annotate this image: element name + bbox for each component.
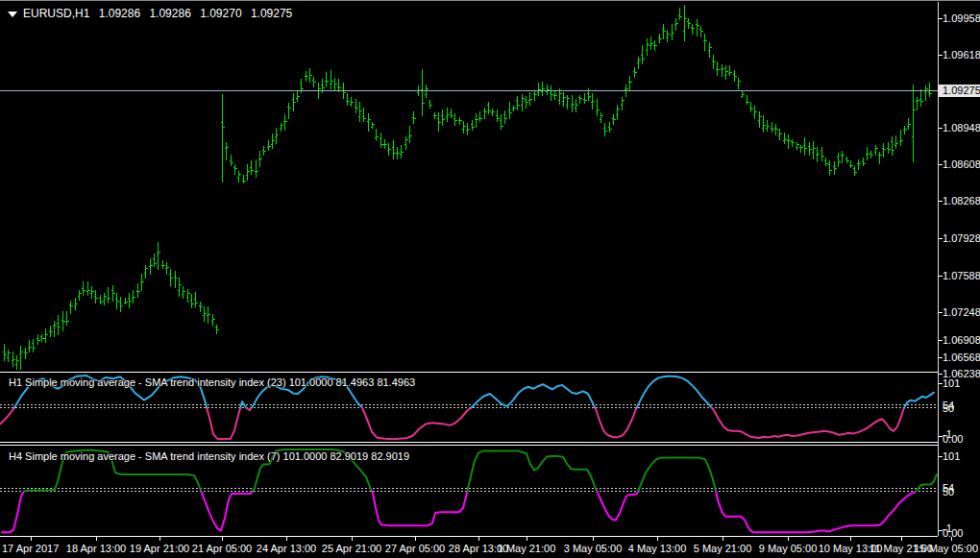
price-tick <box>939 374 943 375</box>
price-tick <box>939 357 943 358</box>
indicator-line-segment <box>716 492 916 533</box>
time-tick <box>788 537 789 541</box>
pane-separator[interactable] <box>0 442 938 443</box>
indicator-level-label: 50 <box>943 486 954 498</box>
chart-window: EURUSD,H1 1.09286 1.09286 1.09270 1.0927… <box>0 0 980 558</box>
indicator-line-segment <box>207 408 240 440</box>
price-tick-label: 1.07928 <box>943 232 980 245</box>
price-tick-label: 1.09618 <box>943 49 980 61</box>
price-tick <box>939 312 943 313</box>
pane-min-label: -1 <box>943 522 952 535</box>
pane2-indicator-label: H4 Simple moving average - SMA trend int… <box>9 450 409 463</box>
pane-max-label: 101 <box>943 450 960 463</box>
price-tick-label: 1.07588 <box>943 270 980 282</box>
price-tick-label: 1.07248 <box>943 306 980 319</box>
indicator-line-segment <box>595 408 636 438</box>
price-tick <box>939 276 943 277</box>
time-tick <box>352 537 353 541</box>
price-tick <box>939 128 943 129</box>
price-tick-label: 1.08948 <box>943 122 980 134</box>
price-tick <box>939 238 943 239</box>
time-tick-label: 24 Apr 13:00 <box>257 543 316 555</box>
time-tick-label: 1 May 21:00 <box>498 543 556 555</box>
time-tick <box>901 537 902 541</box>
indicator-level-label: 50 <box>943 402 954 415</box>
indicator-line-segment <box>916 474 937 492</box>
time-tick <box>31 537 32 541</box>
price-bars <box>3 5 932 370</box>
time-tick <box>222 537 223 541</box>
time-tick-label: 9 May 05:00 <box>759 543 818 555</box>
indicator-line-segment <box>712 408 904 439</box>
indicator-line-segment <box>467 451 597 492</box>
indicator-line-segment <box>240 401 246 408</box>
price-tick-label: 1.09958 <box>943 12 980 25</box>
pane-tick <box>939 383 943 384</box>
bid-price-label: 1.09275 <box>939 85 980 97</box>
time-tick-label: 19 Apr 21:00 <box>130 543 189 555</box>
pane1-indicator-label: H1 Simple moving average - SMA trend int… <box>9 376 415 389</box>
pane-separator[interactable] <box>0 536 938 537</box>
price-tick-label: 1.08268 <box>943 195 980 207</box>
indicator-line-segment <box>637 376 712 408</box>
pane-max-label: 101 <box>943 377 960 390</box>
pane-separator[interactable] <box>0 445 938 446</box>
time-tick-label: 27 Apr 05:00 <box>385 543 445 555</box>
main-chart-canvas[interactable] <box>0 2 938 372</box>
pane-min-label: -1 <box>943 428 952 441</box>
time-tick-label: 3 May 05:00 <box>564 543 623 555</box>
indicator-line-segment <box>471 384 595 407</box>
indicator-line-segment <box>372 492 467 526</box>
time-tick-label: 5 May 21:00 <box>694 543 752 555</box>
time-tick-label: 25 Apr 21:00 <box>322 543 381 555</box>
price-tick-label: 1.06908 <box>943 334 980 347</box>
pane-tick <box>939 436 943 437</box>
pane-separator[interactable] <box>0 372 938 373</box>
price-tick <box>939 18 943 19</box>
time-tick-label: 18 Apr 13:00 <box>66 543 126 555</box>
time-tick-label: 4 May 13:00 <box>628 543 687 555</box>
time-tick <box>415 537 416 541</box>
price-tick <box>939 164 943 165</box>
price-tick-label: 1.06568 <box>943 352 980 364</box>
time-tick <box>850 537 851 541</box>
indicator-line-segment <box>362 408 471 440</box>
indicator-line-segment <box>0 408 14 425</box>
time-tick <box>593 537 594 541</box>
time-tick <box>527 537 527 541</box>
time-tick <box>286 537 287 541</box>
indicator-line-segment <box>638 458 716 492</box>
time-tick-label: 15 May 05:00 <box>914 543 978 555</box>
time-tick-label: 17 Apr 2017 <box>2 543 59 555</box>
time-tick <box>478 537 479 541</box>
price-tick <box>939 340 943 341</box>
time-tick <box>723 537 723 541</box>
indicator-line-segment <box>201 492 252 531</box>
indicator-line-segment <box>2 492 24 533</box>
price-tick <box>939 201 943 202</box>
price-tick <box>939 55 943 56</box>
time-tick <box>657 537 658 541</box>
time-tick-label: 21 Apr 05:00 <box>192 543 252 555</box>
price-tick-label: 1.08608 <box>943 158 980 171</box>
indicator-line-segment <box>597 492 638 521</box>
time-tick <box>96 537 97 541</box>
pane-tick <box>939 530 943 531</box>
time-tick <box>159 537 160 541</box>
pane-tick <box>939 456 943 457</box>
